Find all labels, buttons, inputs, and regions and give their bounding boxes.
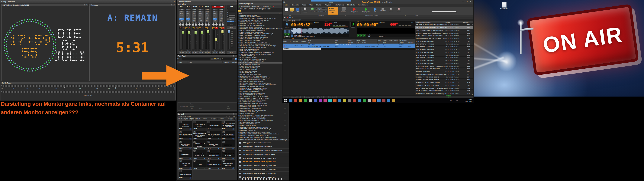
ribbon-tab[interactable]: Main [283,4,290,7]
cart-skip-icon[interactable]: ▶▏ [204,158,206,159]
cart-skip-icon[interactable]: ▶▏ [204,167,206,169]
player-b-play-icon[interactable]: ▶ [358,34,360,37]
player-a-music-select[interactable]: ♪ Music ▾ ▾ [332,22,348,24]
window-titlebar[interactable]: Group Container □ × [0,0,176,4]
cart-button[interactable]: 122.DER STINKT00:00▶▏ [221,140,236,150]
new-button[interactable]: New [284,7,289,15]
playlist-column-header[interactable]: Tempo... [388,39,393,44]
file-row[interactable]: ♪EVERLY BROTHERS - WHEN WILL I BE LOVED.… [238,43,288,45]
file-row[interactable]: ♪FOGHAT - SLOW RIDE.mp3·· ·· [238,125,288,126]
dsp-dropdown-icon[interactable] [190,20,191,22]
cart-skip-icon[interactable]: ▶▏ [232,128,234,130]
file-row[interactable]: ♪FALCO - ROCK ME AMADEUS.mp3·· ·· [238,65,288,67]
playlist-column-header[interactable]: Backtime [408,39,415,44]
auto-collaps-button[interactable]: ▤ Auto Collaps [241,6,250,7]
file-row[interactable]: ♪FERRANTE AND TEICHER - EXODUS.mp3·· ·· [238,86,288,87]
close-icon[interactable]: × [174,1,175,3]
start-button[interactable] [284,99,287,102]
favorite-folder-row[interactable]: G:\Proppfrexx - Dateien\Neue Einspieler [238,141,289,145]
pan-knob[interactable] [219,23,221,26]
cart-skip-icon[interactable]: ▶▏ [218,128,220,130]
cart-button[interactable]: 66.DEN HODENSACK IN KALTES WASSER HÄNGEN… [193,130,207,140]
pager-dot[interactable] [242,178,243,180]
cartwall-toolbar-button[interactable]: <Empty> [201,118,209,120]
favorite-folder-row[interactable]: G:\Proppfrexx - Dateien\Neue Einspieler … [238,152,289,156]
cart-button[interactable]: 99.RAUS! ABER SCHNELL!00:03▶▏ [178,140,192,150]
file-row[interactable]: ♪EURYTHMICS - THERE MUST BE AN ANGEL (PL… [238,28,288,30]
player-b-carets[interactable]: ▾ ▾ [411,22,413,23]
history-row[interactable]: HALSEY - YOU SHOULD BE SAD03.07.2021 07:… [416,76,473,79]
player-a-waveform[interactable] [291,28,349,34]
file-row[interactable]: ♪ESSEX - EASIER SAID THAN DONE.mp3·· ·· [238,16,288,18]
file-row[interactable]: ♪FALCO - DER KOMMISSAR.mp3·· ·· [238,62,288,64]
snd-button[interactable]: SND [185,51,188,54]
taskbar-app-icon[interactable] [328,99,332,102]
taskbar-app-icon[interactable] [318,99,322,102]
taskbar-app-icon[interactable] [372,99,376,102]
pager-dot[interactable] [269,178,270,180]
history-header[interactable]: Track [Playback History] Played At Durat… [416,21,473,24]
file-row[interactable]: ♪EXTRABREIT - HURRA, HURRA DIE SCHULE BR… [238,52,288,53]
save-button[interactable]: Save [295,7,300,15]
cart-skip-icon[interactable]: ▶▏ [218,158,220,159]
timecode-titlebar[interactable]: Timecode □ × [90,4,175,7]
group-collapse-icon[interactable]: ⊗ [405,15,406,17]
cart-button[interactable]: 2012.TELEFONIEREN - KROCKSN00:09▶▏ [221,160,236,169]
favorite-folder-row[interactable]: G:\Proppfrexx - Dateien\Neue Einspieler … [238,145,289,148]
cart-button[interactable]: 22.ALLES VOLLER RATTEN00:01▶▏ [193,120,207,130]
cart-button[interactable]: 188.JAAA00:00▶▏ [193,160,207,169]
file-row[interactable]: ♪FLEETWOOD MAC - DON'T STOP.mp3·· ·· [238,101,288,103]
file-row[interactable]: ♪EVERLY BROTHERS - CRYING IN THE RAIN.mp… [238,36,288,38]
cart-button[interactable]: 155.WER VERLIERT WIRD KASTRIERT00:01▶▏ [207,150,221,160]
window-controls[interactable]: — ❐ ✕ [462,1,472,3]
file-row[interactable]: ♪EXILE - YOU THRILL ME.mp3·· ·· [238,50,288,52]
lib-select[interactable]: <ALL> [220,58,232,60]
file-row[interactable]: ♪FACIO SANTILLAN - EL CONDOR PASA.mp3·· … [238,58,288,60]
close-icon[interactable]: × [236,1,236,3]
player-a-icons[interactable]: ▶ ▨ — [314,22,318,23]
rec-button[interactable]: REC [208,51,210,54]
ribbon-tab[interactable]: View [308,4,315,7]
favorite-folder-row[interactable]: G:\MP3s\MP3-1 [EIGENE - LAME V2]\1960 - … [238,160,289,164]
history-col-track[interactable]: Track [Playback History] [416,21,446,23]
set-dropdown-icon[interactable] [235,18,236,20]
history-row[interactable]: LIVE STREAM - OFFLINE05.07.2021 18:30:13… [416,54,473,57]
maximize-icon[interactable]: □ [233,113,234,115]
file-row[interactable]: ♪FARON YOUNG - HELLO WALLS.mp3·· ·· [238,74,288,75]
gain-knob[interactable] [208,23,210,26]
cart-button[interactable]: 33.BITCH - BRITNEY00:00▶▏ [207,120,221,130]
cart-button[interactable]: 44.DAS IST SCHÖN DAS IST WUNDERSCHÖN (JO… [221,120,236,130]
playlist-empty-area[interactable] [283,50,415,95]
favorite-folder-row[interactable]: G:\MP3s\MP3-1 [EIGENE - LAME V2]\1940 - … [238,156,289,160]
taskbar-app-icon[interactable] [294,99,297,102]
history-row[interactable]: TALK TALK - SUCH A SHAME (EXTENDED MIX)0… [416,24,473,26]
player-a-pitch-slider[interactable] [284,36,290,37]
file-row[interactable]: ♪ESQUIRES - GET ON UP.mp3·· ·· [238,14,288,16]
remove-icon[interactable]: − [273,6,274,7]
fading-options-group[interactable]: ◪ Fading ▤ Preserve ↷ Follow [328,7,338,15]
snd-button[interactable]: SND [212,51,215,54]
history-row[interactable]: DAVID HASSELHOFF & BLÜMCHEN - SUMMER G..… [416,32,473,35]
tab-close-icon[interactable]: × [300,19,301,21]
find-track-titlebar[interactable]: Find Track □ × [177,55,237,58]
fader-cap[interactable] [188,31,190,34]
fading-option[interactable]: ◪ Fading [328,7,338,10]
file-row[interactable]: ♪EVERLY BROTHERS - CATHY'S CLOWN.mp3·· ·… [238,35,288,36]
taskbar-app-icon[interactable] [289,99,292,102]
gain-knob[interactable] [222,23,224,26]
find-input[interactable] [182,58,210,60]
pager-dot[interactable] [260,178,261,180]
taskbar-app-icon[interactable] [343,99,346,102]
quick-slider[interactable] [432,11,457,13]
pan-knob[interactable] [198,23,201,26]
group-collapse-icon[interactable]: ⊙ [345,15,346,17]
cart-skip-icon[interactable]: ▶▏ [218,148,220,149]
auto-play-button[interactable]: Auto Play [309,7,316,15]
history-col-playedat[interactable]: Played At [446,21,463,23]
refresh-icon[interactable]: ↻ [238,6,240,7]
dsp-dropdown-icon[interactable] [217,20,218,22]
file-row[interactable]: ♪EURYTHMICS - (SEXCRIME) 1984.mp3·· ·· [238,23,288,25]
fader-cap[interactable] [201,31,203,34]
dsp-dropdown-icon[interactable] [196,20,198,22]
taskbar-app-icon[interactable] [382,99,386,102]
